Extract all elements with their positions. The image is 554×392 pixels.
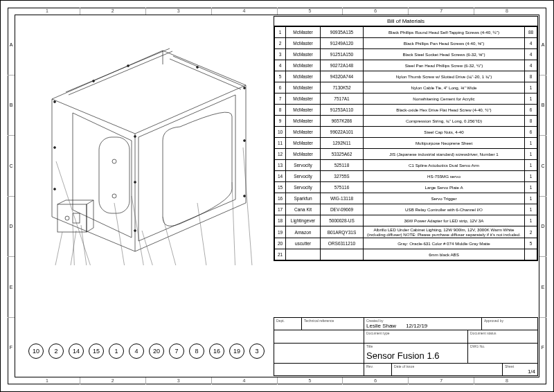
- bom-cell: 53325A62: [321, 149, 364, 160]
- bom-cell: McMaster: [286, 60, 321, 71]
- bom-cell: 1: [525, 82, 537, 93]
- bom-title: Bill of Materials: [274, 17, 537, 26]
- bom-cell: McMaster: [286, 138, 321, 149]
- bom-cell: Black Phillips Pan Head Screws (4-40, ⅝"…: [364, 38, 525, 49]
- table-row: 12McMaster53325A62JIS (Japanese industri…: [275, 149, 537, 160]
- ruler-col-mark: 8: [474, 8, 539, 15]
- ruler-left: ABCDEF: [8, 15, 15, 377]
- bom-cell: 91251A150: [321, 49, 364, 60]
- svg-line-22: [56, 161, 118, 265]
- svg-rect-3: [57, 204, 87, 232]
- bom-cell: 4: [525, 49, 537, 60]
- bom-cell: 16: [275, 193, 286, 204]
- bom-cell: 5000028-US: [321, 215, 364, 226]
- bom-cell: 1: [525, 149, 537, 160]
- bom-cell: USB Relay Controller with 6-Channel I/O: [364, 204, 525, 215]
- table-row: 20uscutterORS6311210Gray: Oracle-631 Col…: [275, 238, 537, 249]
- table-row: 11McMaster1292N11Multipurpose Neoprene S…: [275, 138, 537, 149]
- table-row: 19AmazonB01ARQY31SAlbrillo LED Under Cab…: [275, 226, 537, 238]
- bom-cell: 2: [525, 226, 537, 238]
- bom-cell: [525, 249, 537, 260]
- bom-cell: 1: [275, 27, 286, 38]
- svg-point-11: [134, 230, 136, 232]
- table-row: 9McMaster9657K286Compression String, ¾" …: [275, 116, 537, 127]
- bom-cell: [286, 249, 321, 260]
- ruler-row-mark: A: [539, 15, 546, 75]
- bom-body: 1McMaster90935A135Black Phillips Round H…: [274, 26, 537, 260]
- bom-cell: McMaster: [286, 27, 321, 38]
- ruler-col-mark: 4: [212, 377, 278, 384]
- bom-cell: 36W Power Adapter for LED strip, 12V 3A: [364, 215, 525, 226]
- callout-balloon: 7: [169, 344, 184, 359]
- svg-line-27: [197, 203, 218, 265]
- bom-cell: 1: [525, 138, 537, 149]
- bom-cell: Multipurpose Neoprene Sheet: [364, 138, 525, 149]
- bom-cell: 3: [275, 49, 286, 60]
- bom-cell: Steel Cap Nuts, 4-40: [364, 127, 525, 138]
- bom-cell: 7130K52: [321, 82, 364, 93]
- ruler-col-mark: 5: [278, 8, 343, 15]
- bom-cell: HS-755MG servo: [364, 171, 525, 182]
- bom-cell: 6: [525, 105, 537, 116]
- bom-cell: Black Steel Socket Head Screws (6-32, ⅝"…: [364, 49, 525, 60]
- bom-cell: 8: [525, 71, 537, 82]
- table-row: 4McMaster90272A148Steel Pan Head Phillip…: [275, 60, 537, 71]
- callout-balloon: 15: [89, 344, 104, 359]
- isometric-view: [24, 23, 260, 265]
- bom-cell: Nylon Cable Tie, 4" Long, ⅛" Wide: [364, 82, 525, 93]
- bom-cell: 2: [275, 38, 286, 49]
- svg-line-21: [81, 225, 98, 265]
- callout-balloon: 4: [129, 344, 144, 359]
- table-row: 7McMaster7517A1Nonwhitening Cement for A…: [275, 93, 537, 105]
- bom-table: Bill of Materials 1McMaster90935A135Blac…: [274, 16, 538, 261]
- tb-title: Sensor Fusion 1.6: [366, 348, 465, 361]
- ruler-col-mark: 4: [212, 8, 278, 15]
- table-row: 17Cana KitDEV-09669USB Relay Controller …: [275, 204, 537, 215]
- tb-creator: Leslie Shaw: [366, 323, 396, 329]
- ruler-row-mark: F: [539, 318, 546, 378]
- callout-balloon: 1: [109, 344, 124, 359]
- tb-dept-label: Dept.: [276, 319, 299, 323]
- bom-cell: Black-oxide Hex Drive Flat Head Screw (4…: [364, 105, 525, 116]
- table-row: 3McMaster91251A150Black Steel Socket Hea…: [275, 49, 537, 60]
- bom-cell: McMaster: [286, 82, 321, 93]
- bom-cell: McMaster: [286, 127, 321, 138]
- svg-point-8: [54, 188, 56, 190]
- bom-cell: 8: [525, 116, 537, 127]
- ruler-col-mark: 7: [409, 377, 474, 384]
- bom-cell: Cana Kit: [286, 204, 321, 215]
- bom-cell: 1: [525, 93, 537, 105]
- svg-point-10: [134, 181, 136, 184]
- callout-balloon: 10: [28, 344, 44, 359]
- bom-cell: 6: [525, 127, 537, 138]
- bom-cell: 10: [275, 127, 286, 138]
- tb-approved-label: Approved by: [484, 319, 535, 323]
- bom-cell: Gray: Oracle-631 Color # 074 Middle Gray…: [364, 238, 525, 249]
- ruler-row-mark: D: [539, 197, 546, 258]
- bom-cell: 88: [525, 27, 537, 38]
- svg-point-2: [112, 194, 116, 198]
- table-row: 2McMaster91249A120Black Phillips Pan Hea…: [275, 38, 537, 49]
- bom-cell: 6mm black ABS: [364, 249, 525, 260]
- bom-cell: Amazon: [286, 226, 321, 238]
- svg-point-4: [65, 216, 69, 220]
- bom-cell: 7: [275, 93, 286, 105]
- callout-balloon: 16: [209, 344, 224, 359]
- table-row: 6McMaster7130K52Nylon Cable Tie, 4" Long…: [275, 82, 537, 93]
- bom-cell: 13: [275, 160, 286, 171]
- bom-cell: 99022A101: [321, 127, 364, 138]
- svg-line-20: [73, 224, 78, 265]
- bom-cell: 1: [525, 160, 537, 171]
- bom-cell: 17: [275, 204, 286, 215]
- svg-point-9: [134, 136, 136, 138]
- bom-cell: [321, 249, 364, 260]
- bom-cell: 14: [275, 171, 286, 182]
- bom-cell: 21: [275, 249, 286, 260]
- bom-cell: Servocity: [286, 171, 321, 182]
- bom-cell: Large Servo Plate A: [364, 182, 525, 193]
- bom-cell: ORS6311210: [321, 238, 364, 249]
- bom-cell: Nonwhitening Cement for Acrylic: [364, 93, 525, 105]
- bom-cell: 9: [275, 116, 286, 127]
- bom-cell: DEV-09669: [321, 204, 364, 215]
- bom-cell: 19: [275, 226, 286, 238]
